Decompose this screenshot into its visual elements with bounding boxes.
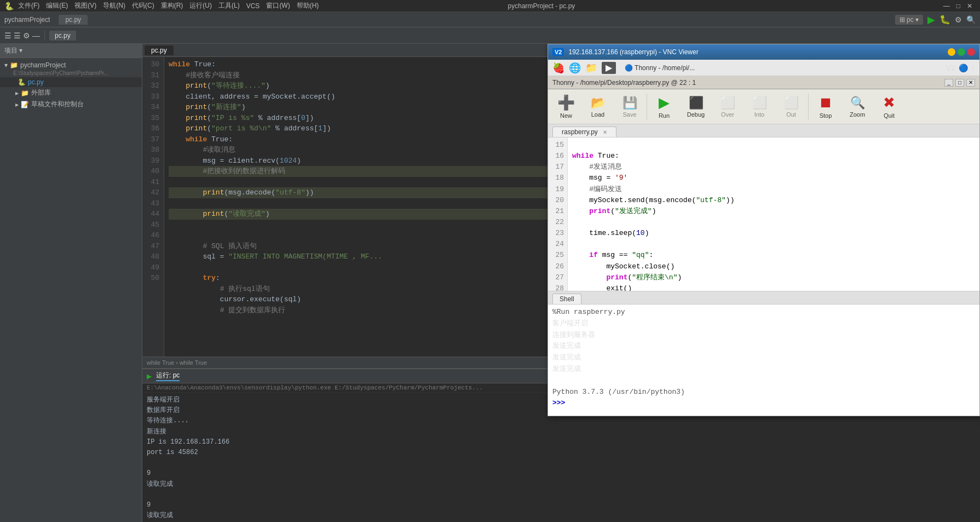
- settings-btn[interactable]: ⚙: [23, 31, 30, 40]
- menu-view[interactable]: 视图(V): [74, 1, 96, 10]
- sidebar-item-pcpy[interactable]: 🐍 pc.py: [0, 77, 142, 87]
- quit-icon: ✖: [883, 94, 895, 111]
- thonny-code-content[interactable]: while True: #发送消息 msg = '9' #编码发送 mySock…: [568, 137, 979, 291]
- thonny-btn-debug[interactable]: ⬛ Debug: [680, 91, 712, 122]
- thonny-separator2: [808, 94, 809, 120]
- thonny-shell: Shell %Run raspberry.py 客户端开启 连接到服务器 发送完…: [548, 291, 979, 416]
- sidebar-item-project[interactable]: ▾ 📁 pycharmProject: [0, 60, 142, 70]
- vnc-home-btn[interactable]: 🍓: [552, 62, 564, 74]
- sidebar-item-extlibs[interactable]: ▸ 📁 外部库: [0, 87, 142, 99]
- close-tab-icon[interactable]: ✕: [603, 129, 607, 135]
- over-label: Over: [721, 111, 734, 118]
- thonny-btn-stop[interactable]: ⏹ Stop: [810, 91, 841, 122]
- vnc-titlebar: V2 192.168.137.166 (raspberrypi) - VNC V…: [548, 44, 979, 60]
- into-icon: ⬜: [752, 96, 767, 110]
- run-line: 读取完成: [147, 510, 976, 521]
- active-file-tab[interactable]: pc.py: [49, 31, 76, 41]
- window-close[interactable]: ✕: [964, 2, 976, 10]
- code-tab-pcpy[interactable]: pc.py: [145, 45, 174, 55]
- run-tab-label[interactable]: 运行: pc: [156, 371, 180, 381]
- close-panel-btn[interactable]: —: [32, 31, 40, 40]
- vnc-maximize-btn[interactable]: [958, 48, 965, 56]
- into-label: Into: [754, 111, 764, 118]
- debug-icon: ⬛: [689, 96, 704, 110]
- thonny-btn-into[interactable]: ⬜ Into: [743, 91, 775, 122]
- vnc-web-btn[interactable]: 🌐: [569, 62, 581, 74]
- scratch-label: 草稿文件和控制台: [31, 100, 84, 109]
- shell-line-output1: 客户端开启: [552, 318, 975, 330]
- debug-btn[interactable]: 🐛: [939, 14, 950, 25]
- run-icon: ▶: [147, 372, 152, 380]
- app-icon: 🐍: [4, 2, 14, 10]
- window-minimize[interactable]: —: [940, 2, 953, 10]
- thonny-shell-content[interactable]: %Run raspberry.py 客户端开启 连接到服务器 发送完成 发送完成…: [548, 305, 979, 416]
- arrow-icon2: ▸: [15, 89, 19, 97]
- menu-run[interactable]: 运行(U): [189, 1, 212, 10]
- run-btn[interactable]: ▶: [927, 14, 935, 26]
- thonny-separator1: [647, 94, 647, 120]
- thonny-min-btn[interactable]: _: [944, 79, 953, 87]
- project-tab[interactable]: pc.py: [59, 15, 88, 25]
- extlibs-label: 外部库: [31, 88, 51, 97]
- vnc-terminal-btn[interactable]: ▶: [602, 62, 616, 74]
- window-title-center: pycharmProject - pc.py: [508, 2, 575, 10]
- over-icon: ⬜: [720, 96, 735, 110]
- run-line: 9: [147, 500, 976, 510]
- menu-code[interactable]: 代码(C): [132, 1, 154, 10]
- shell-line-prev: %Run raspberry.py: [552, 307, 975, 318]
- new-icon: ➕: [557, 94, 575, 111]
- vnc-files-btn[interactable]: 📁: [585, 62, 597, 74]
- thonny-btn-new[interactable]: ➕ New: [550, 91, 582, 122]
- window-maximize[interactable]: □: [953, 2, 964, 10]
- vnc-logo: V2: [552, 48, 564, 56]
- thonny-titlebar: Thonny - /home/pi/Desktop/raspberry.py @…: [548, 76, 979, 89]
- thonny-btn-run[interactable]: ▶ Run: [648, 91, 680, 122]
- thonny-btn-load[interactable]: 📂 Load: [582, 91, 614, 122]
- menu-refactor[interactable]: 重构(R): [161, 1, 183, 10]
- coverage-btn[interactable]: ⚙: [955, 15, 962, 24]
- thonny-win-controls: _ □ ✕: [944, 79, 975, 87]
- vnc-minimize-btn[interactable]: [948, 48, 955, 56]
- sidebar-content: ▾ 📁 pycharmProject E:\Studyspaces\PyChar…: [0, 58, 142, 522]
- sidebar-item-scratch[interactable]: ▸ 📝 草稿文件和控制台: [0, 99, 142, 110]
- thonny-btn-zoom[interactable]: 🔍 Zoom: [841, 91, 873, 122]
- vnc-right-icons: V2 🔵 ↕: [946, 64, 975, 72]
- out-label: Out: [786, 111, 796, 118]
- vnc-bluetooth-icon: 🔵: [959, 64, 968, 72]
- run-line: port is 45862: [147, 448, 976, 458]
- menu-help[interactable]: 帮助(H): [297, 1, 319, 10]
- thonny-code-area: 15 16 17 18 19 20 21 22 23 24 25 26 27 2…: [548, 137, 979, 291]
- thonny-toolbar: ➕ New 📂 Load 💾 Save ▶ Run: [548, 89, 979, 124]
- shell-prompt[interactable]: >>>: [552, 398, 975, 409]
- debug-label: Debug: [687, 111, 705, 118]
- structure-btn[interactable]: ☰: [14, 31, 21, 40]
- menu-file[interactable]: 文件(F): [18, 1, 39, 10]
- menu-vcs[interactable]: VCS: [246, 2, 260, 10]
- menu-window[interactable]: 窗口(W): [266, 1, 290, 10]
- thonny-btn-out[interactable]: ⬜ Out: [775, 91, 807, 122]
- menu-nav[interactable]: 导航(N): [103, 1, 125, 10]
- thonny-file-tab-label: raspberry.py: [562, 128, 598, 136]
- search-btn[interactable]: 🔍: [966, 15, 976, 24]
- thonny-max-btn[interactable]: □: [955, 79, 964, 87]
- project-view-btn[interactable]: ☰: [4, 31, 11, 40]
- stop-icon: ⏹: [818, 94, 833, 111]
- thonny-file-tab[interactable]: raspberry.py ✕: [552, 127, 616, 137]
- run-config-select[interactable]: ⊞ pc ▾: [895, 15, 923, 25]
- thonny-close-btn[interactable]: ✕: [966, 79, 975, 87]
- project-label: pycharmProject: [20, 61, 66, 69]
- menu-tools[interactable]: 工具(L): [218, 1, 240, 10]
- run-config[interactable]: ⊞ pc ▾ ▶ 🐛 ⚙ 🔍: [895, 14, 976, 26]
- thonny-shell-tab-bar: Shell: [548, 291, 979, 305]
- thonny-btn-quit[interactable]: ✖ Quit: [873, 91, 905, 122]
- thonny-shell-tab[interactable]: Shell: [552, 294, 581, 304]
- sidebar-header[interactable]: 项目 ▾: [0, 44, 142, 58]
- vnc-title-text: 192.168.137.166 (raspberrypi) - VNC View…: [568, 48, 698, 56]
- run-line: IP is 192.168.137.166: [147, 437, 976, 448]
- main-layout: 项目 ▾ ▾ 📁 pycharmProject E:\Studyspaces\P…: [0, 44, 980, 522]
- thonny-btn-save[interactable]: 💾 Save: [614, 91, 645, 122]
- thonny-btn-over[interactable]: ⬜ Over: [712, 91, 743, 122]
- vnc-close-btn[interactable]: [967, 48, 975, 56]
- new-label: New: [560, 112, 572, 119]
- menu-edit[interactable]: 编辑(E): [46, 1, 68, 10]
